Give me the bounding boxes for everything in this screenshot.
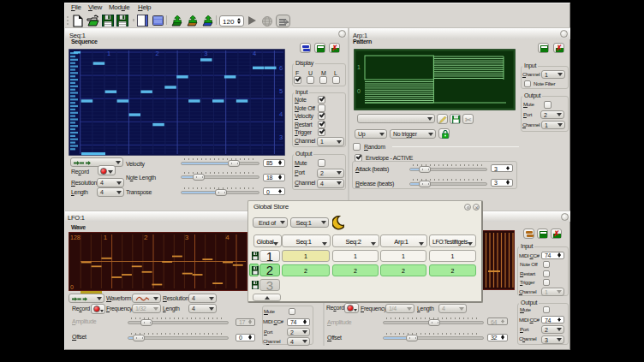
svg-text:3: 3 (279, 134, 283, 141)
svg-text:1: 1 (104, 234, 108, 241)
svg-text:128: 128 (70, 234, 80, 240)
svg-text:2: 2 (144, 234, 148, 241)
svg-text:0: 0 (70, 284, 74, 290)
svg-text:3: 3 (185, 234, 189, 241)
svg-text:1: 1 (357, 64, 361, 70)
svg-text:1: 1 (107, 50, 110, 57)
svg-text:4: 4 (279, 110, 283, 118)
svg-text:3: 3 (204, 50, 207, 57)
svg-text:6: 6 (279, 64, 283, 72)
svg-text:4: 4 (225, 234, 230, 241)
svg-text:2: 2 (156, 50, 159, 57)
svg-text:4: 4 (253, 50, 256, 57)
svg-text:5: 5 (279, 87, 283, 95)
svg-text:0: 0 (357, 88, 361, 94)
